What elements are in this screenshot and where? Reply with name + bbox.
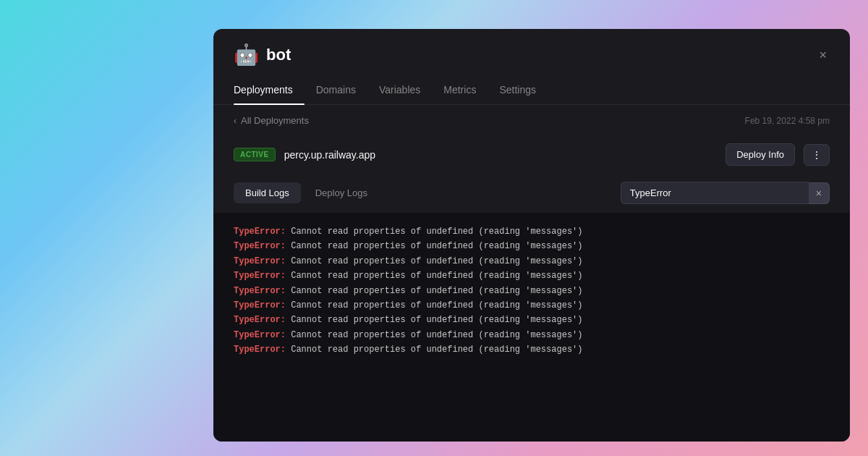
- log-line: TypeError: Cannot read properties of und…: [234, 239, 830, 253]
- close-button[interactable]: ×: [816, 46, 830, 64]
- log-line: TypeError: Cannot read properties of und…: [234, 342, 830, 357]
- deploy-info-button[interactable]: Deploy Info: [726, 143, 795, 166]
- tab-deployments[interactable]: Deployments: [234, 77, 305, 104]
- main-window: 🤖 bot × Deployments Domains Variables Me…: [213, 29, 850, 442]
- log-search-box: ×: [621, 182, 830, 204]
- log-line: TypeError: Cannot read properties of und…: [234, 313, 830, 327]
- chevron-left-icon: ‹: [234, 116, 237, 126]
- tab-settings[interactable]: Settings: [488, 77, 548, 104]
- log-line: TypeError: Cannot read properties of und…: [234, 224, 830, 239]
- build-logs-tab[interactable]: Build Logs: [234, 182, 301, 203]
- tab-bar: Deployments Domains Variables Metrics Se…: [213, 77, 850, 105]
- log-line: TypeError: Cannot read properties of und…: [234, 298, 830, 313]
- header-title-group: 🤖 bot: [234, 45, 291, 65]
- back-to-deployments-link[interactable]: ‹ All Deployments: [234, 115, 309, 126]
- tab-domains[interactable]: Domains: [305, 77, 367, 104]
- deploy-logs-tab[interactable]: Deploy Logs: [304, 182, 379, 203]
- more-options-button[interactable]: ⋮: [804, 144, 830, 166]
- log-tab-group: Build Logs Deploy Logs: [234, 182, 379, 203]
- domain-label: percy.up.railway.app: [284, 149, 718, 161]
- window-header: 🤖 bot ×: [213, 29, 850, 65]
- log-line: TypeError: Cannot read properties of und…: [234, 328, 830, 342]
- tab-variables[interactable]: Variables: [367, 77, 432, 104]
- deploy-timestamp: Feb 19, 2022 4:58 pm: [745, 116, 830, 126]
- log-line: TypeError: Cannot read properties of und…: [234, 269, 830, 283]
- search-input[interactable]: [621, 182, 809, 204]
- search-clear-button[interactable]: ×: [809, 182, 830, 204]
- bot-emoji-icon: 🤖: [234, 45, 259, 65]
- status-badge: ACTIVE: [234, 148, 276, 161]
- tab-metrics[interactable]: Metrics: [432, 77, 488, 104]
- content-area: ‹ All Deployments Feb 19, 2022 4:58 pm A…: [213, 105, 850, 442]
- log-line: TypeError: Cannot read properties of und…: [234, 284, 830, 298]
- back-link-label: All Deployments: [241, 115, 309, 126]
- log-tabs-bar: Build Logs Deploy Logs ×: [213, 173, 850, 213]
- deployment-row: ACTIVE percy.up.railway.app Deploy Info …: [213, 136, 850, 173]
- log-output: TypeError: Cannot read properties of und…: [213, 213, 850, 442]
- page-title: bot: [266, 46, 291, 64]
- log-line: TypeError: Cannot read properties of und…: [234, 254, 830, 269]
- top-bar: ‹ All Deployments Feb 19, 2022 4:58 pm: [213, 105, 850, 136]
